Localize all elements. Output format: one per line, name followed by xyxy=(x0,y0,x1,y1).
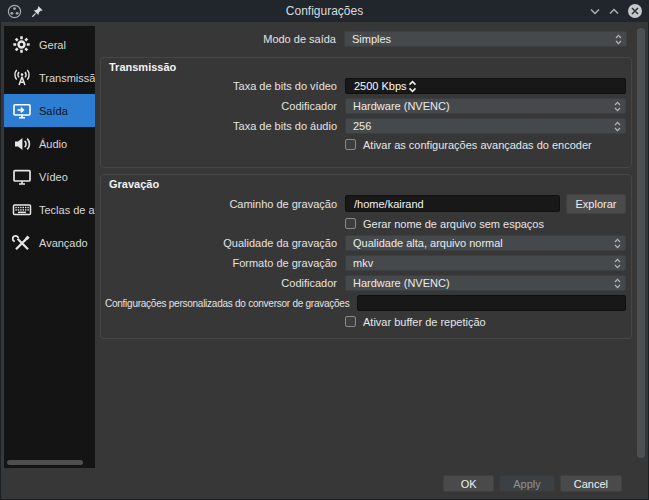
chevron-updown-icon xyxy=(611,121,623,132)
close-button[interactable] xyxy=(628,4,642,18)
replay-buffer-checkbox[interactable] xyxy=(345,316,356,327)
browse-button[interactable]: Explorar xyxy=(566,194,626,214)
titlebar: Configurações xyxy=(0,0,649,22)
filename-no-space-checkbox[interactable] xyxy=(345,218,356,229)
sidebar-item-saida[interactable]: Saída xyxy=(4,94,95,127)
sidebar-item-label: Teclas de atalho xyxy=(39,204,95,216)
settings-panel: Modo de saída Simples Transmissão Taxa d… xyxy=(100,26,632,339)
close-icon xyxy=(631,7,639,15)
output-mode-select[interactable]: Simples xyxy=(344,31,627,47)
titlebar-shade-button[interactable] xyxy=(590,8,600,15)
recording-path-label: Caminho de gravação xyxy=(105,198,345,210)
muxer-settings-input[interactable] xyxy=(357,295,626,311)
broadcast-icon xyxy=(11,68,32,88)
output-mode-label: Modo de saída xyxy=(104,33,344,45)
group-recording: Gravação Caminho de gravação Explorar Ge… xyxy=(100,174,632,339)
output-mode-row: Modo de saída Simples xyxy=(104,31,627,47)
recording-path-input[interactable] xyxy=(345,195,560,212)
recording-quality-label: Qualidade da gravação xyxy=(105,237,345,249)
recording-quality-select[interactable]: Qualidade alta, arquivo normal xyxy=(345,235,626,251)
advanced-encoder-checkbox[interactable] xyxy=(345,139,356,150)
advanced-encoder-checkbox-label: Ativar as configurações avançadas do enc… xyxy=(363,139,592,151)
cancel-button[interactable]: Cancel xyxy=(560,475,622,492)
footer: OK Apply Cancel xyxy=(443,475,622,492)
recording-encoder-label: Codificador xyxy=(105,277,345,289)
sidebar-item-video[interactable]: Vídeo xyxy=(4,160,95,193)
muxer-settings-label: Configurações personalizadas do converso… xyxy=(105,298,357,309)
window-title: Configurações xyxy=(0,0,649,22)
sidebar-item-label: Transmissão xyxy=(39,72,95,84)
filename-no-space-checkbox-label: Gerar nome de arquivo sem espaços xyxy=(363,218,544,230)
gear-icon xyxy=(11,35,32,54)
speaker-icon xyxy=(11,134,32,154)
sidebar-item-label: Geral xyxy=(39,39,66,51)
content-scrollbar[interactable] xyxy=(637,28,645,458)
chevron-updown-icon xyxy=(611,278,623,289)
chevron-updown-icon xyxy=(611,101,623,112)
stream-encoder-select[interactable]: Hardware (NVENC) xyxy=(345,98,626,114)
sidebar-item-label: Vídeo xyxy=(39,171,68,183)
keyboard-icon xyxy=(11,200,32,220)
audio-bitrate-label: Taxa de bits do áudio xyxy=(105,120,345,132)
obs-logo-icon[interactable] xyxy=(7,4,22,19)
recording-format-select[interactable]: mkv xyxy=(345,255,626,271)
sidebar: Geral Transmissão Saída xyxy=(4,26,95,468)
video-bitrate-label: Taxa de bits do vídeo xyxy=(105,80,345,92)
group-title: Gravação xyxy=(101,178,631,191)
group-title: Transmissão xyxy=(101,61,631,74)
sidebar-item-avancado[interactable]: Avançado xyxy=(4,226,95,259)
chevron-down-icon xyxy=(590,8,600,15)
titlebar-unshade-button[interactable] xyxy=(609,8,619,15)
chevron-up-icon xyxy=(609,8,619,15)
pin-icon[interactable] xyxy=(31,5,44,18)
group-streaming: Transmissão Taxa de bits do vídeo 2500 K… xyxy=(100,57,632,168)
recording-format-label: Formato de gravação xyxy=(105,257,345,269)
sidebar-item-label: Avançado xyxy=(39,237,88,249)
monitor-icon xyxy=(11,167,32,187)
sidebar-item-transmissao[interactable]: Transmissão xyxy=(4,61,95,94)
chevron-updown-icon xyxy=(611,238,623,249)
settings-window: Configurações xyxy=(0,0,649,500)
chevron-updown-icon xyxy=(611,258,623,269)
replay-buffer-checkbox-label: Ativar buffer de repetição xyxy=(363,316,486,328)
audio-bitrate-select[interactable]: 256 xyxy=(345,118,626,134)
recording-encoder-select[interactable]: Hardware (NVENC) xyxy=(345,275,626,291)
spinner-updown-icon xyxy=(407,80,419,93)
chevron-updown-icon xyxy=(612,34,624,45)
ok-button[interactable]: OK xyxy=(443,475,494,492)
apply-button[interactable]: Apply xyxy=(499,475,555,492)
sidebar-item-geral[interactable]: Geral xyxy=(4,28,95,61)
video-bitrate-spinbox[interactable]: 2500 Kbps xyxy=(345,78,626,94)
sidebar-item-label: Áudio xyxy=(39,138,67,150)
output-icon xyxy=(11,101,32,121)
sidebar-horizontal-scrollbar[interactable] xyxy=(7,460,83,465)
sidebar-item-audio[interactable]: Áudio xyxy=(4,127,95,160)
stream-encoder-label: Codificador xyxy=(105,100,345,112)
sidebar-item-label: Saída xyxy=(39,105,68,117)
sidebar-item-teclas-de-atalho[interactable]: Teclas de atalho xyxy=(4,193,95,226)
tools-icon xyxy=(11,233,32,253)
